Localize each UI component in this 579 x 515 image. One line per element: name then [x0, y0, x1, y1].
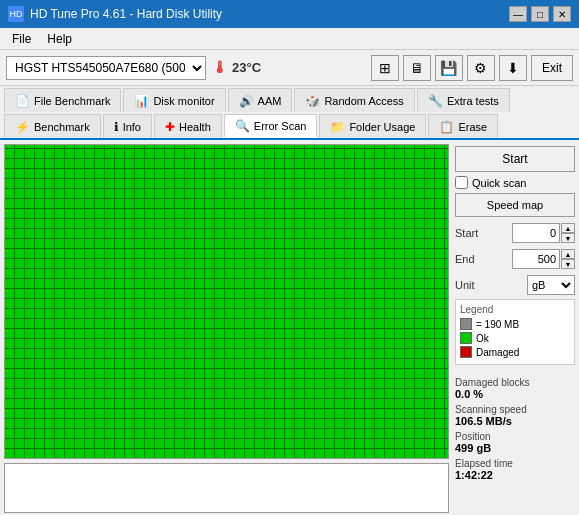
start-input-group: ▲ ▼: [512, 223, 575, 243]
tab-file-benchmark[interactable]: 📄 File Benchmark: [4, 88, 121, 112]
aam-icon: 🔊: [239, 94, 254, 108]
benchmark-icon: ⚡: [15, 120, 30, 134]
start-spin-down[interactable]: ▼: [561, 233, 575, 243]
toolbar-icon-2[interactable]: 🖥: [403, 55, 431, 81]
end-input-group: ▲ ▼: [512, 249, 575, 269]
tab-benchmark-label: Benchmark: [34, 121, 90, 133]
tab-health[interactable]: ✚ Health: [154, 114, 222, 138]
tab-error-scan[interactable]: 🔍 Error Scan: [224, 114, 318, 138]
end-input[interactable]: [512, 249, 560, 269]
tab-info[interactable]: ℹ Info: [103, 114, 152, 138]
unit-select[interactable]: gB: [527, 275, 575, 295]
scan-text-box: [4, 463, 449, 513]
tab-aam-label: AAM: [258, 95, 282, 107]
extra-tests-icon: 🔧: [428, 94, 443, 108]
toolbar-icon-4[interactable]: ⚙: [467, 55, 495, 81]
disk-monitor-icon: 📊: [134, 94, 149, 108]
start-spin-up[interactable]: ▲: [561, 223, 575, 233]
quick-scan-label: Quick scan: [472, 177, 526, 189]
damaged-blocks-value: 0.0 %: [455, 388, 575, 400]
start-input[interactable]: [512, 223, 560, 243]
position-value: 499 gB: [455, 442, 575, 454]
thermometer-icon: 🌡: [212, 59, 228, 77]
legend-damaged-label: Damaged: [476, 347, 519, 358]
speed-map-button[interactable]: Speed map: [455, 193, 575, 217]
menu-help[interactable]: Help: [39, 30, 80, 48]
title-bar-left: HD HD Tune Pro 4.61 - Hard Disk Utility: [8, 6, 222, 22]
end-spin-down[interactable]: ▼: [561, 259, 575, 269]
legend-damaged-color: [460, 346, 472, 358]
menu-file[interactable]: File: [4, 30, 39, 48]
tab-erase[interactable]: 📋 Erase: [428, 114, 498, 138]
toolbar-icon-1[interactable]: ⊞: [371, 55, 399, 81]
scan-grid-area: [4, 144, 449, 513]
stats-section: Damaged blocks 0.0 % Scanning speed 106.…: [455, 373, 575, 481]
elapsed-time-label: Elapsed time: [455, 458, 575, 469]
maximize-button[interactable]: □: [531, 6, 549, 22]
legend-box: Legend = 190 MB Ok Damaged: [455, 299, 575, 365]
title-text: HD Tune Pro 4.61 - Hard Disk Utility: [30, 7, 222, 21]
tab-disk-monitor-label: Disk monitor: [153, 95, 214, 107]
toolbar-icon-5[interactable]: ⬇: [499, 55, 527, 81]
close-button[interactable]: ✕: [553, 6, 571, 22]
tab-folder-usage[interactable]: 📁 Folder Usage: [319, 114, 426, 138]
tabs-row-1: 📄 File Benchmark 📊 Disk monitor 🔊 AAM 🎲 …: [0, 86, 579, 112]
erase-icon: 📋: [439, 120, 454, 134]
file-benchmark-icon: 📄: [15, 94, 30, 108]
tab-info-label: Info: [123, 121, 141, 133]
end-spin-up[interactable]: ▲: [561, 249, 575, 259]
legend-damaged-item: Damaged: [460, 346, 570, 358]
position-label: Position: [455, 431, 575, 442]
main-content: Start Quick scan Speed map Start ▲ ▼ End: [0, 140, 579, 515]
grid-canvas: [5, 145, 448, 458]
end-param-row: End ▲ ▼: [455, 249, 575, 269]
tab-random-access-label: Random Access: [324, 95, 403, 107]
legend-block-size-item: = 190 MB: [460, 318, 570, 330]
tab-disk-monitor[interactable]: 📊 Disk monitor: [123, 88, 225, 112]
quick-scan-row: Quick scan: [455, 176, 575, 189]
damaged-blocks-label: Damaged blocks: [455, 377, 575, 388]
tab-file-benchmark-label: File Benchmark: [34, 95, 110, 107]
error-scan-icon: 🔍: [235, 119, 250, 133]
unit-param-row: Unit gB: [455, 275, 575, 295]
legend-ok-item: Ok: [460, 332, 570, 344]
menu-bar: File Help: [0, 28, 579, 50]
random-access-icon: 🎲: [305, 94, 320, 108]
toolbar-icon-3[interactable]: 💾: [435, 55, 463, 81]
toolbar: HGST HTS545050A7E680 (500 gB) 🌡 23°C ⊞ 🖥…: [0, 50, 579, 86]
title-bar-controls[interactable]: — □ ✕: [509, 6, 571, 22]
tab-aam[interactable]: 🔊 AAM: [228, 88, 293, 112]
start-spin-btns: ▲ ▼: [561, 223, 575, 243]
folder-usage-icon: 📁: [330, 120, 345, 134]
end-spin-btns: ▲ ▼: [561, 249, 575, 269]
toolbar-icons: ⊞ 🖥 💾 ⚙ ⬇ Exit: [371, 55, 573, 81]
minimize-button[interactable]: —: [509, 6, 527, 22]
legend-block-color: [460, 318, 472, 330]
exit-button[interactable]: Exit: [531, 55, 573, 81]
start-label: Start: [455, 227, 478, 239]
tab-erase-label: Erase: [458, 121, 487, 133]
info-icon: ℹ: [114, 120, 119, 134]
legend-ok-color: [460, 332, 472, 344]
scanning-speed-label: Scanning speed: [455, 404, 575, 415]
legend-title: Legend: [460, 304, 570, 315]
health-icon: ✚: [165, 120, 175, 134]
tab-folder-usage-label: Folder Usage: [349, 121, 415, 133]
end-label: End: [455, 253, 475, 265]
quick-scan-checkbox[interactable]: [455, 176, 468, 189]
tab-health-label: Health: [179, 121, 211, 133]
temperature-value: 23°C: [232, 60, 261, 75]
start-button[interactable]: Start: [455, 146, 575, 172]
unit-label: Unit: [455, 279, 475, 291]
legend-ok-label: Ok: [476, 333, 489, 344]
scanning-speed-value: 106.5 MB/s: [455, 415, 575, 427]
tab-benchmark[interactable]: ⚡ Benchmark: [4, 114, 101, 138]
tab-error-scan-label: Error Scan: [254, 120, 307, 132]
start-param-row: Start ▲ ▼: [455, 223, 575, 243]
tab-extra-tests[interactable]: 🔧 Extra tests: [417, 88, 510, 112]
tabs-row-2: ⚡ Benchmark ℹ Info ✚ Health 🔍 Error Scan…: [0, 112, 579, 140]
app-icon: HD: [8, 6, 24, 22]
disk-select[interactable]: HGST HTS545050A7E680 (500 gB): [6, 56, 206, 80]
tab-random-access[interactable]: 🎲 Random Access: [294, 88, 414, 112]
tab-extra-tests-label: Extra tests: [447, 95, 499, 107]
